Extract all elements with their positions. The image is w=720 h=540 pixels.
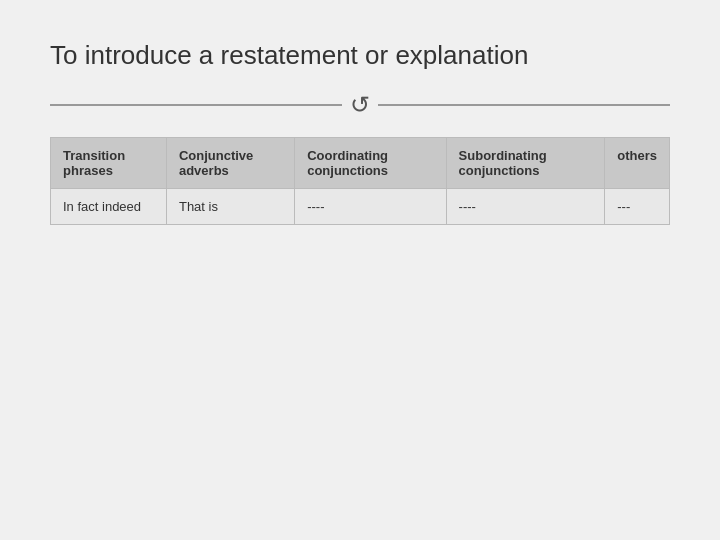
- col-header-conjunctive-adverbs: Conjunctive adverbs: [166, 138, 294, 189]
- page-title: To introduce a restatement or explanatio…: [50, 40, 528, 71]
- slide: To introduce a restatement or explanatio…: [0, 0, 720, 540]
- table-body: In fact indeed That is ---- ---- ---: [51, 189, 670, 225]
- col-header-subordinating-conjunctions: Subordinating conjunctions: [446, 138, 605, 189]
- header-row: Transition phrases Conjunctive adverbs C…: [51, 138, 670, 189]
- divider: ↺: [50, 91, 670, 119]
- col-header-others: others: [605, 138, 670, 189]
- col-header-transition-phrases: Transition phrases: [51, 138, 167, 189]
- cell-others: ---: [605, 189, 670, 225]
- cell-conjunctive-adverbs: That is: [166, 189, 294, 225]
- cell-coordinating-conjunctions: ----: [295, 189, 446, 225]
- cell-subordinating-conjunctions: ----: [446, 189, 605, 225]
- content-table: Transition phrases Conjunctive adverbs C…: [50, 137, 670, 225]
- cell-transition-phrases: In fact indeed: [51, 189, 167, 225]
- table-row: In fact indeed That is ---- ---- ---: [51, 189, 670, 225]
- table-header: Transition phrases Conjunctive adverbs C…: [51, 138, 670, 189]
- col-header-coordinating-conjunctions: Coordinating conjunctions: [295, 138, 446, 189]
- curl-icon: ↺: [342, 91, 378, 119]
